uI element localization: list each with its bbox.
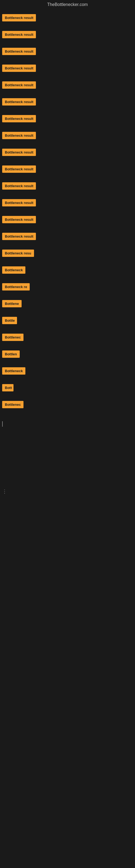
bottleneck-badge-2[interactable]: Bottleneck result (2, 31, 36, 38)
row-20: Bottlenec (0, 332, 135, 344)
page-wrapper: TheBottlenecker.com Bottleneck result Bo… (0, 0, 135, 868)
bottleneck-badge-15[interactable]: Bottleneck resu (2, 250, 34, 257)
cursor-area (0, 420, 135, 428)
ellipsis-icon: ⋮ (1, 488, 8, 496)
bottleneck-badge-22[interactable]: Bottleneck (2, 367, 26, 375)
bottleneck-badge-13[interactable]: Bottleneck result (2, 216, 36, 223)
row-10: Bottleneck result (0, 163, 135, 176)
ellipsis-row: ⋮ (0, 487, 135, 496)
row-9: Bottleneck result (0, 147, 135, 159)
row-4: Bottleneck result (0, 62, 135, 75)
row-6: Bottleneck result (0, 96, 135, 109)
row-18: Bottlene (0, 298, 135, 311)
bottleneck-badge-20[interactable]: Bottlenec (2, 334, 24, 341)
row-1: Bottleneck result (0, 12, 135, 25)
row-19: Bottle (0, 315, 135, 328)
bottleneck-badge-16[interactable]: Bottleneck (2, 267, 26, 274)
site-title: TheBottlenecker.com (0, 0, 135, 9)
bottleneck-badge-12[interactable]: Bottleneck result (2, 199, 36, 207)
row-7: Bottleneck result (0, 113, 135, 126)
row-5: Bottleneck result (0, 79, 135, 92)
row-2: Bottleneck result (0, 29, 135, 41)
bottleneck-badge-21[interactable]: Bottlen (2, 350, 20, 358)
row-21: Bottlen (0, 348, 135, 361)
bottleneck-badge-1[interactable]: Bottleneck result (2, 14, 36, 22)
bottleneck-badge-14[interactable]: Bottleneck result (2, 233, 36, 240)
row-12: Bottleneck result (0, 197, 135, 210)
row-14: Bottleneck result (0, 230, 135, 243)
bottleneck-badge-5[interactable]: Bottleneck result (2, 82, 36, 89)
empty-space-1 (0, 431, 135, 485)
bottleneck-badge-10[interactable]: Bottleneck result (2, 165, 36, 173)
bottleneck-badge-9[interactable]: Bottleneck result (2, 149, 36, 156)
bottleneck-badge-7[interactable]: Bottleneck result (2, 115, 36, 122)
row-11: Bottleneck result (0, 180, 135, 193)
bottleneck-badge-6[interactable]: Bottleneck result (2, 98, 36, 105)
cursor-indicator (2, 421, 3, 427)
row-8: Bottleneck result (0, 130, 135, 143)
bottleneck-badge-19[interactable]: Bottle (2, 317, 17, 324)
bottleneck-badge-3[interactable]: Bottleneck result (2, 48, 36, 55)
row-15: Bottleneck resu (0, 247, 135, 260)
row-16: Bottleneck (0, 264, 135, 277)
row-22: Bottleneck (0, 365, 135, 378)
row-24: Bottlenec (0, 399, 135, 411)
empty-space-2 (0, 498, 135, 661)
site-title-text: TheBottlenecker.com (47, 2, 88, 7)
row-23: Bott (0, 382, 135, 395)
bottleneck-badge-17[interactable]: Bottleneck re (2, 283, 30, 290)
bottleneck-badge-18[interactable]: Bottlene (2, 300, 21, 307)
bottleneck-badge-11[interactable]: Bottleneck result (2, 182, 36, 190)
bottleneck-badge-4[interactable]: Bottleneck result (2, 65, 36, 72)
bottleneck-badge-24[interactable]: Bottlenec (2, 401, 24, 408)
row-13: Bottleneck result (0, 214, 135, 226)
bottleneck-badge-23[interactable]: Bott (2, 384, 13, 392)
row-3: Bottleneck result (0, 45, 135, 58)
bottleneck-badge-8[interactable]: Bottleneck result (2, 132, 36, 139)
row-17: Bottleneck re (0, 281, 135, 294)
